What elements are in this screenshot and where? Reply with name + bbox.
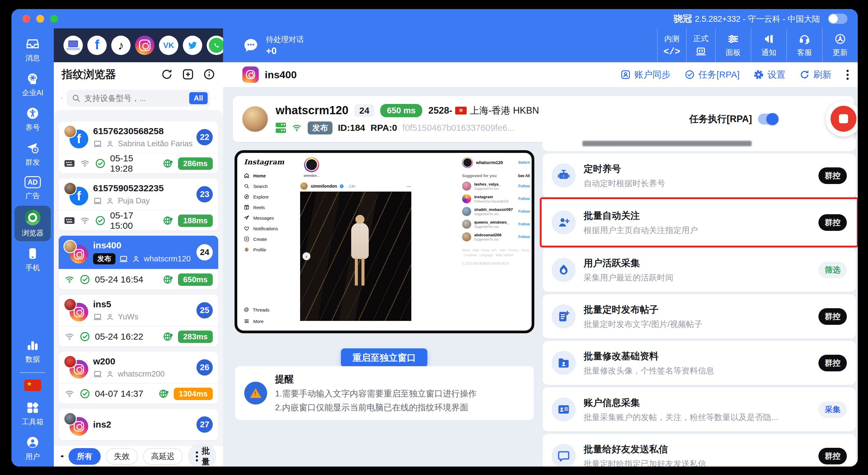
sidebar-item-messages[interactable]: 消息: [14, 33, 51, 66]
account-avatar[interactable]: [462, 157, 473, 168]
zoom-window-button[interactable]: [50, 15, 58, 23]
beta-button[interactable]: 内测 </>: [657, 28, 686, 62]
follow-button[interactable]: Follow: [518, 184, 530, 188]
embedded-browser-preview[interactable]: Instagram Home Search Explore Reels Mess…: [235, 150, 534, 333]
add-profile-icon[interactable]: [182, 68, 194, 81]
task-card-info-collect[interactable]: 账户信息采集 批量采集账户的发帖，关注，粉丝等数量以及是否隐... 采集: [542, 387, 856, 432]
task-card-scheduled-nurture[interactable]: 定时养号 自动定时根据时长养号 群控: [542, 154, 856, 198]
task-card-send-dm[interactable]: 批量给好友发送私信 批量定时给指定已加好友发送私信 群控: [542, 434, 856, 467]
tag-icon[interactable]: [60, 451, 63, 462]
instagram-icon[interactable]: [135, 36, 154, 55]
batch-button[interactable]: 批量: [188, 443, 216, 467]
facebook-icon[interactable]: f: [87, 36, 107, 55]
sidebar-item-data[interactable]: 数据: [14, 335, 51, 368]
carousel-prev-icon[interactable]: ‹: [303, 252, 310, 260]
laptop-icon: [93, 196, 102, 205]
twitter-icon[interactable]: [183, 36, 202, 55]
switch-link[interactable]: Switch: [518, 160, 530, 165]
task-card-edit-profile[interactable]: 批量修改基础资料 批量修改头像，个性签名等资料信息 群控: [542, 341, 856, 385]
ig-nav-search[interactable]: Search: [244, 183, 278, 189]
task-title: 批量给好友发送私信: [584, 443, 706, 456]
post-menu-icon[interactable]: ⋯: [406, 183, 411, 189]
follow-button[interactable]: Follow: [518, 210, 530, 214]
account-username[interactable]: whatscrm120: [476, 160, 503, 165]
filter-all[interactable]: 所有: [69, 448, 101, 465]
post-username[interactable]: simmilondon: [311, 184, 337, 189]
search-input[interactable]: [84, 94, 186, 103]
sidebar-item-nurture[interactable]: 养号: [14, 103, 51, 136]
info-icon[interactable]: [203, 68, 215, 81]
more-options-kebab-icon[interactable]: [846, 70, 849, 80]
task-rpa-button[interactable]: 任务[RPA]: [685, 69, 740, 81]
sidebar-item-user[interactable]: 用户: [14, 432, 51, 465]
refresh-button[interactable]: 刷新: [799, 69, 831, 81]
minimize-window-button[interactable]: [36, 15, 44, 23]
suggestion-name[interactable]: shaikh_mobassir097: [474, 207, 513, 212]
account-sync-button[interactable]: 账户同步: [620, 69, 671, 81]
ig-nav-reels[interactable]: Reels: [244, 204, 278, 211]
vk-icon[interactable]: VK: [159, 36, 178, 55]
task-card-auto-follow[interactable]: 批量自动关注 根据用户主页自动关注指定用户 群控: [542, 200, 856, 245]
ig-nav-more[interactable]: More: [244, 318, 270, 324]
release-button[interactable]: 正式: [686, 28, 715, 62]
sidebar-item-enterprise-ai[interactable]: 企业AI: [14, 68, 51, 101]
list-item[interactable]: w200 whatscrm200 26 04-07 14:37 1304ms: [59, 352, 218, 404]
search-scope-all-button[interactable]: All: [189, 92, 208, 104]
suggestion-name[interactable]: lashes_valya_: [474, 182, 500, 187]
pending-chat-block[interactable]: 待处理对话 +0: [242, 34, 304, 57]
notice-button[interactable]: 通知: [751, 28, 786, 62]
story-item[interactable]: simmilon...: [302, 157, 321, 178]
search-box[interactable]: All: [67, 90, 210, 107]
list-item[interactable]: ins5 YuWs 25 05-24 16:22 283ms: [59, 295, 218, 347]
task-card-clipped[interactable]: [542, 139, 856, 151]
suggestion-name[interactable]: queens_windows_: [474, 220, 509, 225]
close-window-button[interactable]: [22, 15, 30, 23]
follow-button[interactable]: Follow: [518, 235, 530, 239]
stop-task-button[interactable]: [826, 101, 858, 136]
suggestion-name[interactable]: abdosanad266: [474, 233, 501, 238]
tiktok-icon[interactable]: ♪: [111, 36, 130, 55]
list-item[interactable]: f 61575905232235 Puja Day 23: [59, 179, 218, 230]
sort-icon[interactable]: [215, 92, 216, 104]
follow-button[interactable]: Follow: [518, 197, 530, 201]
sidebar-item-phone[interactable]: 手机: [14, 243, 51, 276]
sidebar-item-toolbox[interactable]: 工具箱: [14, 397, 51, 430]
group-control-badge: 群控: [818, 214, 847, 231]
list-item[interactable]: ins2 27: [59, 409, 218, 440]
panel-button[interactable]: 面板: [715, 28, 751, 62]
task-exec-toggle[interactable]: [758, 114, 779, 125]
restart-standalone-button[interactable]: 重启至独立窗口: [341, 348, 427, 367]
refresh-list-icon[interactable]: [161, 68, 173, 81]
settings-button[interactable]: 设置: [753, 69, 785, 81]
heart-icon: [244, 226, 249, 231]
sidebar-item-mass-send[interactable]: 群发: [14, 137, 51, 170]
filter-invalid[interactable]: 失效: [106, 448, 138, 465]
update-button[interactable]: 更新: [822, 28, 858, 62]
list-item[interactable]: f 61576230568258 Sabrina Leitão Farias 2…: [59, 122, 218, 173]
person-icon: [106, 370, 114, 378]
ig-nav-explore[interactable]: Explore: [244, 193, 278, 200]
grid-view-icon[interactable]: [61, 92, 62, 104]
ig-nav-home[interactable]: Home: [244, 172, 278, 179]
task-exec-toggle-label: 任务执行[RPA]: [689, 113, 752, 125]
ig-nav-threads[interactable]: @Threads: [244, 307, 270, 313]
ig-nav-create[interactable]: Create: [244, 236, 278, 242]
all-devices-icon[interactable]: [63, 36, 83, 55]
ig-nav-profile[interactable]: Profile: [244, 246, 278, 253]
sidebar-item-ads[interactable]: AD 广告: [14, 172, 51, 204]
task-card-highlight-frame: 批量自动关注 根据用户主页自动关注指定用户 群控: [540, 197, 858, 248]
china-flag-icon[interactable]: ★: [24, 380, 41, 391]
proxy-globe-icon: [163, 274, 174, 285]
list-item-selected[interactable]: ins400 发布 whatscrm120 24 05-24 16:54: [59, 236, 218, 289]
task-card-scheduled-post[interactable]: 批量定时发布帖子 批量定时发布文字/图片/视频帖子 群控: [542, 294, 856, 339]
support-button[interactable]: 客服: [786, 28, 822, 62]
sidebar-item-browser[interactable]: 浏览器: [14, 206, 51, 241]
see-all-link[interactable]: See All: [518, 174, 530, 178]
ig-nav-notifications[interactable]: Notifications: [244, 225, 278, 232]
suggestion-name[interactable]: instagram: [474, 195, 508, 199]
ig-nav-messages[interactable]: Messages: [244, 215, 278, 221]
task-card-activity-collect[interactable]: 用户活跃采集 采集用户最近的活跃时间 筛选: [542, 248, 856, 292]
filter-high-latency[interactable]: 高延迟: [143, 448, 183, 465]
follow-button[interactable]: Follow: [518, 222, 530, 226]
theme-toggle[interactable]: [828, 13, 847, 24]
